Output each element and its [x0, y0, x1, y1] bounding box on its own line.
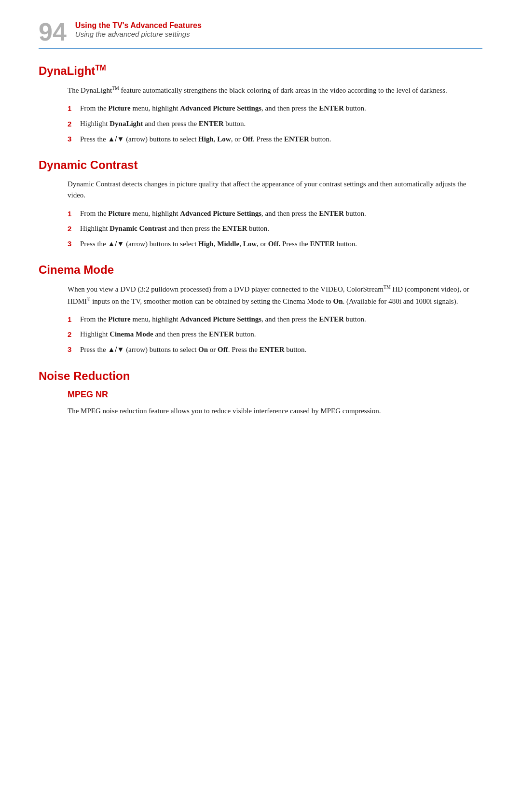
list-item: 2 Highlight DynaLight and then press the… — [68, 118, 482, 129]
list-text: From the Picture menu, highlight Advance… — [80, 103, 482, 114]
list-number: 3 — [68, 344, 80, 355]
list-number: 1 — [68, 208, 80, 219]
heading-dynalight: DynaLightTM — [39, 64, 482, 78]
list-text: Press the ▲/▼ (arrow) buttons to select … — [80, 133, 482, 145]
heading-noise-reduction: Noise Reduction — [39, 369, 482, 383]
list-item: 3 Press the ▲/▼ (arrow) buttons to selec… — [68, 238, 482, 250]
list-item: 3 Press the ▲/▼ (arrow) buttons to selec… — [68, 344, 482, 355]
list-text: Press the ▲/▼ (arrow) buttons to select … — [80, 238, 482, 250]
list-text: Highlight DynaLight and then press the E… — [80, 118, 482, 129]
section-noise-reduction: Noise Reduction MPEG NR The MPEG noise r… — [39, 369, 482, 417]
list-dynalight: 1 From the Picture menu, highlight Advan… — [68, 103, 482, 145]
body-dynamic-contrast: Dynamic Contrast detects changes in pict… — [68, 179, 482, 201]
list-text: Press the ▲/▼ (arrow) buttons to select … — [80, 344, 482, 355]
heading-mpeg-nr: MPEG NR — [68, 390, 482, 400]
list-item: 2 Highlight Dynamic Contrast and then pr… — [68, 223, 482, 234]
list-dynamic-contrast: 1 From the Picture menu, highlight Advan… — [68, 208, 482, 250]
list-number: 2 — [68, 223, 80, 234]
list-text: From the Picture menu, highlight Advance… — [80, 314, 482, 325]
page-number: 94 — [39, 19, 67, 44]
heading-cinema-mode: Cinema Mode — [39, 263, 482, 277]
heading-dynamic-contrast: Dynamic Contrast — [39, 158, 482, 172]
list-item: 3 Press the ▲/▼ (arrow) buttons to selec… — [68, 133, 482, 145]
body-cinema-mode: When you view a DVD (3:2 pulldown proces… — [68, 283, 482, 307]
header-title: Using the TV's Advanced Features — [75, 21, 202, 30]
body-mpeg-nr: The MPEG noise reduction feature allows … — [68, 406, 482, 417]
subsection-mpeg-nr: MPEG NR The MPEG noise reduction feature… — [39, 390, 482, 417]
body-dynalight: The DynaLightTM feature automatically st… — [68, 84, 482, 96]
page-header: 94 Using the TV's Advanced Features Usin… — [39, 19, 482, 44]
list-number: 3 — [68, 238, 80, 249]
header-rule — [39, 48, 482, 49]
list-number: 1 — [68, 314, 80, 325]
list-text: From the Picture menu, highlight Advance… — [80, 208, 482, 219]
list-item: 1 From the Picture menu, highlight Advan… — [68, 208, 482, 219]
section-cinema-mode: Cinema Mode When you view a DVD (3:2 pul… — [39, 263, 482, 355]
list-number: 3 — [68, 133, 80, 144]
section-dynalight: DynaLightTM The DynaLightTM feature auto… — [39, 64, 482, 145]
list-text: Highlight Cinema Mode and then press the… — [80, 329, 482, 340]
header-subtitle: Using the advanced picture settings — [75, 30, 202, 38]
list-cinema-mode: 1 From the Picture menu, highlight Advan… — [68, 314, 482, 356]
list-item: 1 From the Picture menu, highlight Advan… — [68, 314, 482, 325]
header-text-block: Using the TV's Advanced Features Using t… — [75, 19, 202, 38]
list-number: 1 — [68, 103, 80, 114]
list-number: 2 — [68, 329, 80, 340]
list-number: 2 — [68, 118, 80, 129]
list-item: 1 From the Picture menu, highlight Advan… — [68, 103, 482, 114]
page-container: 94 Using the TV's Advanced Features Usin… — [0, 0, 521, 812]
list-text: Highlight Dynamic Contrast and then pres… — [80, 223, 482, 234]
list-item: 2 Highlight Cinema Mode and then press t… — [68, 329, 482, 340]
section-dynamic-contrast: Dynamic Contrast Dynamic Contrast detect… — [39, 158, 482, 250]
